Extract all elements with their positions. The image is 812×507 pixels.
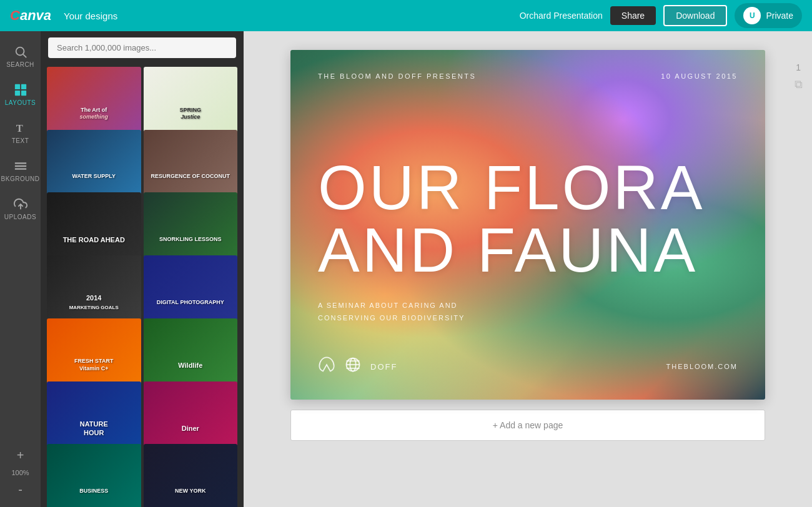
footer-left: DOFF: [318, 356, 397, 377]
search-label: SEARCH: [6, 61, 34, 68]
thumb-label: Wildlife: [174, 357, 206, 373]
thumb-label: NEW YORK: [171, 484, 209, 499]
zoom-in-button[interactable]: +: [0, 445, 41, 466]
thumb-label: SNORKLING LESSONS: [156, 232, 225, 247]
zoom-level: 100%: [11, 466, 29, 479]
search-input[interactable]: [48, 37, 236, 58]
svg-line-1: [23, 54, 26, 57]
sidebar-item-uploads[interactable]: UPLOADS: [0, 190, 41, 228]
title-line1: OUR FLORA: [318, 156, 738, 219]
thumb-label: FRESH STARTVitamin C+: [71, 354, 117, 376]
svg-point-0: [16, 47, 24, 56]
sidebar-bottom: + 100% -: [0, 445, 41, 507]
design-main-title: OUR FLORA AND FAUNA: [318, 156, 738, 281]
thumb-label: NATUREHOUR: [76, 416, 112, 441]
thumb-label: THE ROAD AHEAD: [59, 232, 129, 248]
thumb-label: Diner: [178, 420, 203, 436]
sidebar-item-search[interactable]: SEARCH: [0, 37, 41, 76]
globe-icon: [344, 356, 362, 377]
footer-brand: DOFF: [370, 362, 397, 372]
svg-text:T: T: [16, 122, 22, 134]
add-page-button[interactable]: + Add a new page: [290, 410, 765, 441]
design-title-area: OUR FLORA AND FAUNA: [318, 156, 738, 281]
design-presenter: THE BLOOM AND DOFF PRESENTS: [318, 72, 476, 80]
sidebar-item-text[interactable]: T TEXT: [0, 114, 41, 152]
svg-rect-5: [21, 91, 26, 96]
page-number: 1: [796, 62, 801, 72]
list-item[interactable]: BUSINESS: [47, 444, 141, 507]
list-item[interactable]: NEW YORK: [144, 444, 238, 507]
app-logo: Canva: [10, 7, 51, 24]
thumb-label: BUSINESS: [76, 484, 112, 499]
private-button[interactable]: U Private: [735, 3, 802, 28]
thumb-label: RESURGENCE OF COCONUT: [147, 169, 234, 184]
design-card[interactable]: THE BLOOM AND DOFF PRESENTS 10 AUGUST 20…: [290, 50, 765, 400]
design-description: A SEMINAR ABOUT CARING AND CONSERVING OU…: [318, 300, 465, 325]
left-panel: The Art ofsomething SPRINGJustice WATER …: [41, 31, 244, 507]
private-label: Private: [766, 11, 793, 21]
svg-rect-3: [21, 84, 26, 89]
sidebar-item-layouts[interactable]: LAYOUTS: [0, 76, 41, 114]
leaf-icon: [318, 356, 335, 377]
layouts-label: LAYOUTS: [5, 99, 36, 106]
thumb-label: WATER SUPPLY: [68, 169, 119, 184]
design-footer: DOFF THEBLOOM.COM: [318, 356, 738, 377]
avatar: U: [743, 7, 761, 24]
header-actions: Orchard Presentation Share Download U Pr…: [520, 3, 802, 28]
design-header-row: THE BLOOM AND DOFF PRESENTS 10 AUGUST 20…: [318, 72, 738, 80]
download-button[interactable]: Download: [663, 5, 727, 26]
zoom-out-button[interactable]: -: [0, 479, 41, 501]
design-date: 10 AUGUST 2015: [661, 72, 738, 80]
svg-rect-2: [14, 84, 19, 89]
thumb-label: DIGITAL PHOTOGRAPHY: [153, 295, 228, 310]
thumb-label: SPRINGJustice: [176, 103, 205, 125]
thumbnails-grid: The Art ofsomething SPRINGJustice WATER …: [41, 64, 244, 507]
uploads-label: UPLOADS: [4, 214, 36, 220]
thumb-label: The Art ofsomething: [76, 103, 112, 125]
share-button[interactable]: Share: [610, 6, 656, 25]
design-content: THE BLOOM AND DOFF PRESENTS 10 AUGUST 20…: [290, 50, 765, 400]
svg-rect-4: [14, 91, 19, 96]
nav-title: Your designs: [64, 11, 520, 21]
sidebar-icons: SEARCH LAYOUTS T TEXT BKGROUND: [0, 31, 41, 507]
text-label: TEXT: [12, 137, 29, 144]
footer-url: THEBLOOM.COM: [666, 363, 738, 370]
title-line2: AND FAUNA: [318, 219, 738, 281]
desc-line1: A SEMINAR ABOUT CARING AND: [318, 300, 465, 312]
background-label: BKGROUND: [1, 175, 40, 182]
sidebar-item-background[interactable]: BKGROUND: [0, 152, 41, 190]
search-bar: [41, 31, 244, 64]
thumb-label: 2014MARKETING GOALS: [66, 290, 122, 315]
canvas-area: 1 ⧉ THE BLOOM AND DOFF PRESENTS 10 AUGUS…: [244, 31, 812, 507]
main-layout: SEARCH LAYOUTS T TEXT BKGROUND: [0, 31, 812, 507]
app-header: Canva Your designs Orchard Presentation …: [0, 0, 812, 31]
desc-line2: CONSERVING OUR BIODIVERSITY: [318, 312, 465, 325]
copy-icon[interactable]: ⧉: [795, 78, 803, 91]
doc-name: Orchard Presentation: [520, 11, 603, 21]
